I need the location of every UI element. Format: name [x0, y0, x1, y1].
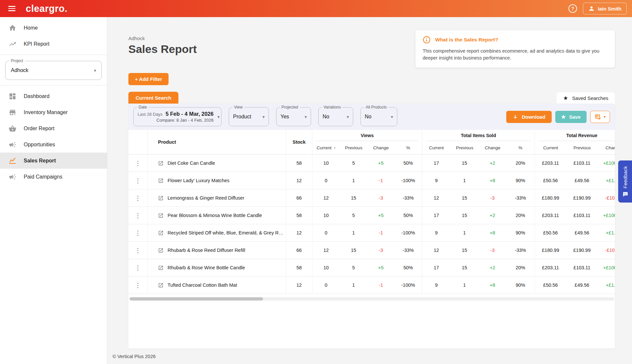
- feedback-label: Feedback: [622, 166, 628, 188]
- views-percent: -100%: [394, 277, 422, 294]
- stock-value: 58: [286, 259, 312, 276]
- user-menu-button[interactable]: Iain Smith: [583, 3, 627, 14]
- open-product-icon[interactable]: [158, 230, 164, 236]
- saved-searches-button[interactable]: ★ Saved Searches: [557, 92, 615, 104]
- product-name[interactable]: Lemongrass & Ginger Reed Diffuser: [168, 195, 244, 201]
- sidebar-item-order-report[interactable]: Order Report: [0, 120, 107, 136]
- views-change: -1: [367, 277, 394, 294]
- stock-value: 58: [286, 155, 312, 172]
- sidebar-item-dashboard[interactable]: Dashboard: [0, 88, 107, 104]
- projected-filter-label: Projected: [280, 105, 300, 109]
- main-content: Adhock Sales Report What is the Sales Re…: [107, 17, 632, 364]
- tab-current-search[interactable]: Current Search: [128, 92, 178, 104]
- views-previous: 1: [340, 224, 367, 241]
- sold-change: +2: [479, 259, 506, 276]
- product-name[interactable]: Rhubarb & Rose Reed Diffuser Refill: [168, 248, 245, 253]
- product-name[interactable]: Rhubarb & Rose Wine Bottle Candle: [168, 265, 245, 270]
- table-row: ⋮Lemongrass & Ginger Reed Diffuser661215…: [128, 189, 615, 207]
- column-header-stock[interactable]: Stock: [286, 130, 312, 154]
- row-menu-button[interactable]: ⋮: [128, 242, 147, 259]
- product-name[interactable]: Diet Coke Can Candle: [168, 160, 215, 166]
- edit-columns-button[interactable]: ▾: [590, 111, 610, 123]
- kebab-icon: ⋮: [135, 230, 141, 236]
- row-menu-button[interactable]: ⋮: [128, 207, 147, 224]
- revenue-change: +£100.00: [598, 207, 615, 224]
- chevron-down-icon: ▾: [262, 114, 265, 119]
- sidebar-item-label: KPI Report: [24, 41, 49, 47]
- row-menu-button[interactable]: ⋮: [128, 172, 147, 189]
- star-icon: ★: [561, 114, 566, 120]
- column-header-sold-current[interactable]: Current: [422, 145, 451, 150]
- views-current: 10: [312, 207, 340, 224]
- menu-icon[interactable]: [5, 2, 18, 15]
- product-name[interactable]: Recycled Striped Off white, Blue, Emeral…: [168, 230, 286, 235]
- row-menu-button[interactable]: ⋮: [128, 277, 147, 294]
- kebab-icon: ⋮: [135, 178, 141, 184]
- date-range: 5 Feb - 4 Mar, 2026: [166, 111, 214, 117]
- open-product-icon[interactable]: [158, 282, 164, 288]
- projected-filter[interactable]: Projected Yes ▾: [276, 107, 311, 126]
- sold-percent: 90%: [506, 172, 535, 189]
- help-icon[interactable]: ?: [568, 4, 578, 13]
- variations-filter[interactable]: Variations No ▾: [318, 107, 353, 126]
- add-filter-button[interactable]: + Add Filter: [128, 73, 169, 85]
- views-percent: 50%: [394, 155, 422, 172]
- column-header-revenue-change[interactable]: Change: [598, 145, 615, 150]
- column-header-views-percent[interactable]: %: [394, 145, 422, 150]
- scrollbar-thumb[interactable]: [130, 297, 263, 301]
- views-change: +5: [367, 155, 394, 172]
- column-header-sold-previous[interactable]: Previous: [451, 145, 479, 150]
- open-product-icon[interactable]: [158, 265, 164, 271]
- column-header-views-previous[interactable]: Previous: [340, 145, 368, 150]
- chevron-down-icon: ▾: [94, 68, 96, 73]
- basket-icon: [9, 125, 16, 133]
- svg-text:?: ?: [571, 6, 574, 11]
- row-menu-button[interactable]: ⋮: [128, 259, 147, 276]
- views-change: -1: [367, 172, 394, 189]
- feedback-button[interactable]: Feedback: [618, 160, 632, 203]
- megaphone-icon: [9, 173, 16, 181]
- revenue-change: +£100.00: [598, 155, 615, 172]
- home-icon: [9, 24, 16, 32]
- open-product-icon[interactable]: [158, 213, 164, 218]
- download-button[interactable]: Download: [506, 111, 552, 123]
- all-products-filter[interactable]: All Products No ▾: [360, 107, 397, 126]
- view-filter-label: View: [232, 105, 244, 109]
- column-header-sold-change[interactable]: Change: [479, 145, 507, 150]
- trending-up-icon: [9, 40, 16, 48]
- revenue-change: +£1.00: [598, 172, 615, 189]
- table-header: Product Stock Views Current ↑ Previous C…: [128, 130, 615, 155]
- row-menu-button[interactable]: ⋮: [128, 155, 147, 172]
- product-name[interactable]: Tufted Charcoal Cotton Bath Mat: [168, 282, 237, 288]
- column-header-revenue-current[interactable]: Current: [535, 145, 566, 150]
- sidebar-item-inventory-manager[interactable]: Inventory Manager: [0, 104, 107, 120]
- view-filter[interactable]: View Product ▾: [229, 107, 269, 126]
- product-name[interactable]: Pear Blossom & Mimosa Wine Bottle Candle: [168, 213, 262, 218]
- open-product-icon[interactable]: [158, 195, 164, 201]
- date-filter-label: Date: [137, 105, 148, 109]
- sidebar-item-opportunities[interactable]: Opportunities: [0, 136, 107, 153]
- row-menu-button[interactable]: ⋮: [128, 224, 147, 241]
- column-header-revenue-previous[interactable]: Previous: [566, 145, 598, 150]
- column-header-product[interactable]: Product: [147, 130, 286, 154]
- views-current: 12: [312, 189, 340, 206]
- column-header-views-current[interactable]: Current ↑: [312, 145, 340, 150]
- sold-previous: 15: [450, 259, 479, 276]
- sidebar-item-sales-report[interactable]: Sales Report: [0, 153, 107, 169]
- revenue-current: £50.56: [535, 224, 566, 241]
- column-header-sold-percent[interactable]: %: [506, 145, 535, 150]
- save-button[interactable]: ★ Save: [555, 111, 587, 123]
- row-menu-button[interactable]: ⋮: [128, 189, 147, 206]
- open-product-icon[interactable]: [158, 248, 164, 253]
- open-product-icon[interactable]: [158, 160, 164, 166]
- open-product-icon[interactable]: [158, 178, 164, 183]
- horizontal-scrollbar[interactable]: [129, 297, 614, 301]
- project-select[interactable]: Project Adhock ▾: [5, 61, 102, 80]
- sidebar-item-home[interactable]: Home: [0, 20, 107, 36]
- date-filter[interactable]: Date Last 28 Days 5 Feb - 4 Mar, 2026 Co…: [133, 107, 222, 126]
- column-header-views-change[interactable]: Change: [368, 145, 395, 150]
- sidebar-item-paid-campaigns[interactable]: Paid Campaigns: [0, 169, 107, 185]
- product-cell: Tufted Charcoal Cotton Bath Mat: [147, 277, 286, 294]
- sidebar-item-kpi-report[interactable]: KPI Report: [0, 36, 107, 52]
- product-name[interactable]: Flower Lady' Luxury Matches: [168, 178, 229, 183]
